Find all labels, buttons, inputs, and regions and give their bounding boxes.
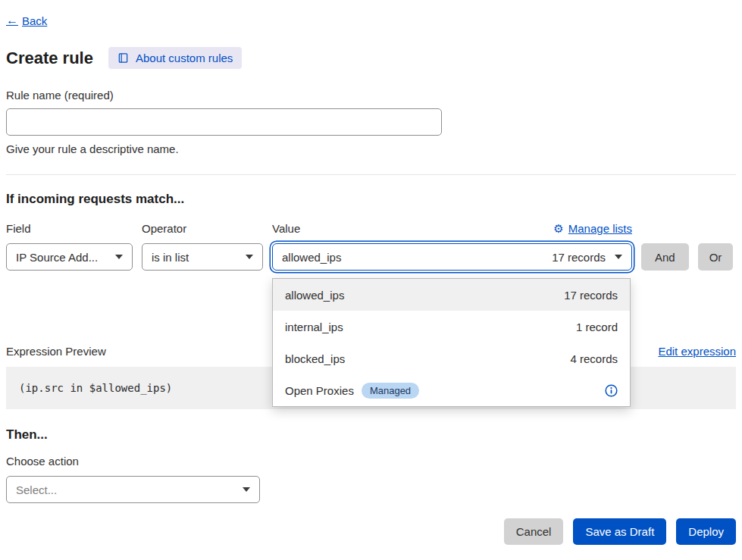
- cancel-button[interactable]: Cancel: [504, 518, 564, 545]
- edit-expression-link[interactable]: Edit expression: [658, 345, 736, 358]
- list-option-name: internal_ips: [285, 321, 343, 333]
- arrow-left-icon: ←: [6, 14, 18, 27]
- manage-lists-label: Manage lists: [568, 222, 632, 235]
- field-label: Field: [6, 222, 133, 235]
- value-column: Value ⚙ Manage lists allowed_ips 17 reco…: [272, 222, 632, 271]
- title-row: Create rule About custom rules: [6, 47, 736, 69]
- operator-label: Operator: [142, 222, 263, 235]
- back-link-label: Back: [22, 14, 47, 27]
- value-select-value: allowed_ips: [282, 251, 341, 264]
- value-select-meta: 17 records: [552, 251, 606, 264]
- list-option-name-wrap: Open Proxies Managed: [285, 383, 419, 399]
- operator-select-value: is in list: [152, 251, 189, 264]
- list-option-name: allowed_ips: [285, 289, 344, 302]
- managed-badge: Managed: [362, 383, 419, 399]
- list-option-meta: 4 records: [570, 352, 618, 365]
- chevron-down-icon: [115, 255, 123, 259]
- rule-name-input[interactable]: [6, 108, 442, 136]
- manage-lists-link[interactable]: ⚙ Manage lists: [553, 222, 632, 235]
- save-as-draft-button[interactable]: Save as Draft: [573, 518, 666, 545]
- info-icon[interactable]: [605, 384, 618, 397]
- lists-dropdown-menu: allowed_ips 17 records internal_ips 1 re…: [272, 278, 631, 407]
- list-option-meta: 1 record: [576, 321, 618, 333]
- book-icon: [117, 52, 129, 64]
- list-option-name: blocked_ips: [285, 352, 345, 365]
- expression-code: (ip.src in $allowed_ips): [19, 382, 172, 394]
- or-button[interactable]: Or: [698, 243, 734, 271]
- about-custom-rules-link[interactable]: About custom rules: [108, 47, 242, 69]
- back-link[interactable]: ←Back: [6, 14, 47, 27]
- deploy-button[interactable]: Deploy: [676, 518, 736, 545]
- then-section-title: Then...: [6, 427, 736, 443]
- list-option-allowed-ips[interactable]: allowed_ips 17 records: [273, 279, 630, 311]
- operator-select[interactable]: is in list: [142, 243, 263, 271]
- and-button[interactable]: And: [641, 243, 689, 271]
- match-row: Field IP Source Add... Operator is in li…: [6, 222, 736, 271]
- field-select[interactable]: IP Source Add...: [6, 243, 133, 271]
- expression-preview-label: Expression Preview: [6, 345, 106, 358]
- list-option-name: Open Proxies: [285, 384, 354, 397]
- value-select-right: 17 records: [552, 251, 622, 264]
- value-header: Value ⚙ Manage lists: [272, 222, 632, 235]
- gear-icon: ⚙: [553, 223, 563, 234]
- chevron-down-icon: [246, 255, 253, 259]
- footer-actions: Cancel Save as Draft Deploy: [6, 518, 736, 545]
- rule-name-label: Rule name (required): [6, 89, 736, 102]
- value-label: Value: [272, 222, 300, 235]
- value-select[interactable]: allowed_ips 17 records: [272, 243, 632, 271]
- choose-action-label: Choose action: [6, 455, 736, 468]
- list-option-blocked-ips[interactable]: blocked_ips 4 records: [273, 343, 630, 374]
- list-option-open-proxies[interactable]: Open Proxies Managed: [273, 374, 630, 406]
- rule-name-group: Rule name (required) Give your rule a de…: [6, 89, 736, 155]
- chevron-down-icon: [615, 255, 622, 259]
- field-select-value: IP Source Add...: [16, 251, 98, 264]
- list-option-meta: 17 records: [564, 289, 618, 302]
- list-option-internal-ips[interactable]: internal_ips 1 record: [273, 311, 630, 343]
- chevron-down-icon: [243, 487, 250, 492]
- rule-name-help: Give your rule a descriptive name.: [6, 142, 736, 155]
- about-custom-rules-label: About custom rules: [136, 52, 233, 64]
- action-select-placeholder: Select...: [16, 483, 57, 496]
- section-divider: [6, 174, 736, 175]
- match-section-title: If incoming requests match...: [6, 192, 736, 207]
- page-title: Create rule: [6, 48, 93, 68]
- field-column: Field IP Source Add...: [6, 222, 133, 271]
- create-rule-page: ←Back Create rule About custom rules Rul…: [0, 0, 742, 545]
- operator-column: Operator is in list: [142, 222, 263, 271]
- action-select[interactable]: Select...: [6, 476, 260, 503]
